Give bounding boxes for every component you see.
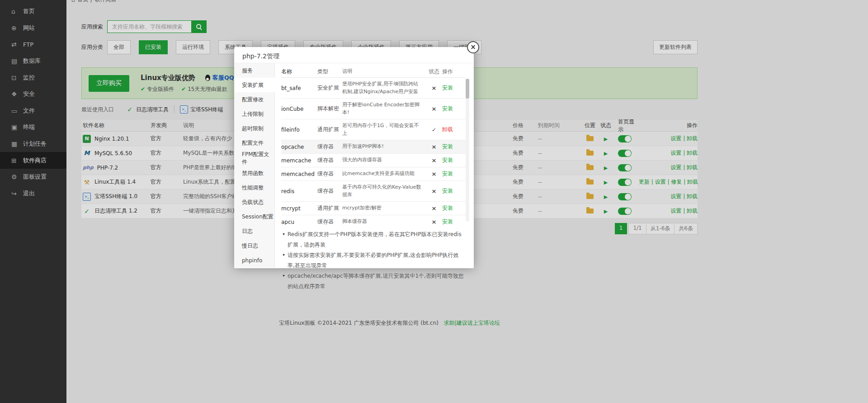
ext-row: fileinfo 通用扩展 若可用内存小于1G，可能会安装不上 卸载 xyxy=(281,119,466,140)
ext-state-icon xyxy=(426,188,442,194)
ext-action-link[interactable]: 安装 xyxy=(442,156,466,164)
ext-description: 脚本缓存器 xyxy=(342,218,426,225)
ext-row: memcache 缓存器 强大的内容缓存器 安装 xyxy=(281,154,466,167)
ext-col-type: 类型 xyxy=(317,68,342,76)
note-item: Redis扩展仅支持一个PHP版本安装使用，若在其它PHP版本已安装redis扩… xyxy=(281,229,466,250)
modal-tab[interactable]: 配置文件 xyxy=(234,136,274,151)
modal-tab[interactable]: phpinfo xyxy=(234,253,274,268)
ext-type: 缓存器 xyxy=(317,187,342,195)
ext-type: 缓存器 xyxy=(317,156,342,164)
ext-row: opcache 缓存器 用于加速PHP脚本! 安装 xyxy=(281,140,466,154)
modal-tab[interactable]: 配置修改 xyxy=(234,92,274,107)
ext-action-link[interactable]: 安装 xyxy=(442,218,466,225)
ext-action-link[interactable]: 安装 xyxy=(442,170,466,178)
ext-name: memcached xyxy=(281,171,317,177)
modal-tab[interactable]: 日志 xyxy=(234,224,274,239)
ext-row: mcrypt 通用扩展 mcrypt加密/解密 安装 xyxy=(281,202,466,215)
modal-title: php-7.2管理 xyxy=(234,47,474,63)
scrollbar-thumb[interactable] xyxy=(466,79,469,99)
ext-type: 安全扩展 xyxy=(317,84,342,92)
ext-state-icon xyxy=(426,85,442,91)
modal-tab[interactable]: 上传限制 xyxy=(234,107,274,121)
ext-table-header: 名称 类型 说明 状态 操作 xyxy=(281,66,466,78)
php-manage-dialog: × php-7.2管理 服务 安装扩展 配置修改 上传限制 超时限制 配置文件 … xyxy=(234,47,474,268)
ext-name: ionCube xyxy=(281,106,317,112)
ext-type: 缓存器 xyxy=(317,143,342,151)
ext-type: 通用扩展 xyxy=(317,126,342,133)
ext-action-link[interactable]: 安装 xyxy=(442,105,466,113)
modal-body: 服务 安装扩展 配置修改 上传限制 超时限制 配置文件 FPM配置文件 禁用函数… xyxy=(234,63,474,268)
ext-row: ionCube 脚本解密 用于解密ionCube Encoder加密脚本! 安装 xyxy=(281,99,466,119)
modal-tab[interactable]: FPM配置文件 xyxy=(234,151,274,166)
ext-name: mcrypt xyxy=(281,205,317,212)
modal-tab[interactable]: 超时限制 xyxy=(234,122,274,136)
ext-type: 缓存器 xyxy=(317,170,342,178)
ext-state-icon xyxy=(426,105,442,112)
ext-notes: Redis扩展仅支持一个PHP版本安装使用，若在其它PHP版本已安装redis扩… xyxy=(281,229,466,292)
ext-row: bt_safe 安全扩展 堡塔PHP安全扩展,用于增强防跨站机制,建议Nginx… xyxy=(281,78,466,99)
ext-name: bt_safe xyxy=(281,85,317,91)
ext-description: 比memcache支持更多高级功能 xyxy=(342,170,426,178)
ext-state-icon xyxy=(426,126,442,133)
modal-tab[interactable]: 性能调整 xyxy=(234,180,274,195)
modal-tab[interactable]: 负载状态 xyxy=(234,195,274,209)
modal-tab-list: 服务 安装扩展 配置修改 上传限制 超时限制 配置文件 FPM配置文件 禁用函数… xyxy=(234,63,275,268)
ext-row: redis 缓存器 基于内存亦可持久化的Key-Value数据库 安装 xyxy=(281,181,466,202)
ext-name: apcu xyxy=(281,219,317,225)
ext-col-description: 说明 xyxy=(342,68,426,76)
ext-type: 脚本解密 xyxy=(317,105,342,113)
modal-tab[interactable]: Session配置 xyxy=(234,209,274,224)
modal-tab[interactable]: 慢日志 xyxy=(234,239,274,253)
ext-name: fileinfo xyxy=(281,127,317,133)
ext-col-state: 状态 xyxy=(426,68,442,76)
ext-description: 用于解密ionCube Encoder加密脚本! xyxy=(342,101,426,116)
modal-tab[interactable]: 服务 xyxy=(234,63,274,78)
ext-description: 强大的内容缓存器 xyxy=(342,156,426,164)
ext-description: mcrypt加密/解密 xyxy=(342,204,426,212)
ext-type: 通用扩展 xyxy=(317,204,342,212)
ext-state-icon xyxy=(426,171,442,177)
ext-name: memcache xyxy=(281,157,317,164)
modal-content: 名称 类型 说明 状态 操作 bt_safe 安全扩展 堡塔PHP安全扩展,用于… xyxy=(275,63,474,268)
ext-action-link[interactable]: 安装 xyxy=(442,204,466,212)
ext-description: 基于内存亦可持久化的Key-Value数据库 xyxy=(342,184,426,199)
ext-state-icon xyxy=(426,143,442,150)
ext-state-icon xyxy=(426,218,442,225)
ext-state-icon xyxy=(426,157,442,164)
ext-action-link[interactable]: 安装 xyxy=(442,84,466,92)
ext-table-body: bt_safe 安全扩展 堡塔PHP安全扩展,用于增强防跨站机制,建议Nginx… xyxy=(281,78,466,225)
modal-tab[interactable]: 禁用函数 xyxy=(234,166,274,180)
ext-name: redis xyxy=(281,188,317,194)
ext-row: memcached 缓存器 比memcache支持更多高级功能 安装 xyxy=(281,167,466,181)
ext-name: opcache xyxy=(281,144,317,150)
ext-state-icon xyxy=(426,205,442,212)
ext-description: 用于加速PHP脚本! xyxy=(342,143,426,151)
note-item: 请按实际需求安装扩展,不要安装不必要的PHP扩展,这会影响PHP执行效率,甚至出… xyxy=(281,250,466,271)
ext-col-name: 名称 xyxy=(281,68,317,76)
ext-type: 缓存器 xyxy=(317,218,342,225)
ext-action-link[interactable]: 安装 xyxy=(442,187,466,195)
ext-description: 堡塔PHP安全扩展,用于增强防跨站机制,建议Nginx/Apache用户安装 xyxy=(342,81,426,95)
close-icon[interactable]: × xyxy=(467,41,479,53)
ext-description: 若可用内存小于1G，可能会安装不上 xyxy=(342,122,426,137)
note-item: opcache/xcache/apc等脚本缓存扩展,请只安装其中1个,否则可能导… xyxy=(281,271,466,292)
ext-col-action: 操作 xyxy=(442,68,466,76)
ext-action-link[interactable]: 安装 xyxy=(442,143,466,151)
ext-scrollbar xyxy=(466,79,469,222)
ext-row: apcu 缓存器 脚本缓存器 安装 xyxy=(281,215,466,225)
modal-tab[interactable]: 安装扩展 xyxy=(234,78,275,92)
ext-action-link[interactable]: 卸载 xyxy=(442,126,466,133)
